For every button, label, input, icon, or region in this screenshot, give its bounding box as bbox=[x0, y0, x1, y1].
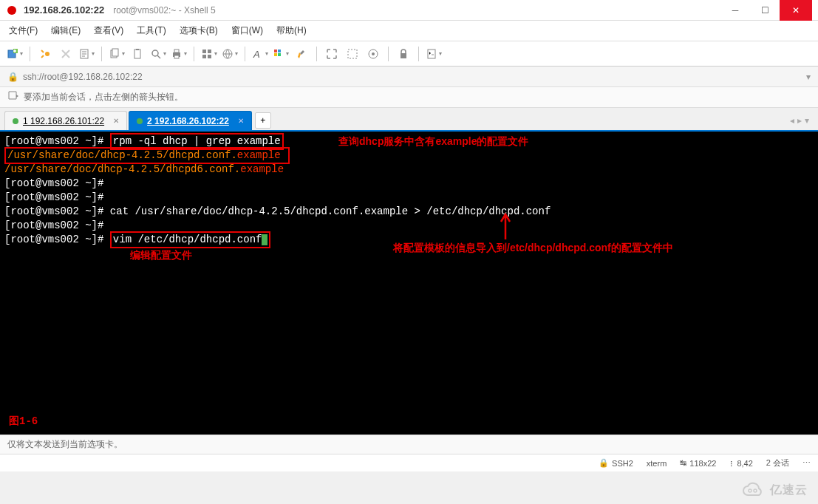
copy-button[interactable] bbox=[108, 45, 126, 63]
new-session-button[interactable] bbox=[6, 45, 24, 63]
watermark-text: 亿速云 bbox=[770, 483, 808, 498]
address-bar[interactable]: 🔒 ssh://root@192.168.26.102:22 ▾ bbox=[0, 67, 818, 87]
tab-2-label: 2 192.168.26.102:22 bbox=[147, 116, 229, 126]
tab-2-close-icon[interactable]: ✕ bbox=[238, 117, 244, 125]
svg-rect-21 bbox=[274, 53, 277, 56]
svg-rect-11 bbox=[174, 50, 179, 52]
status-dot-icon bbox=[137, 118, 143, 124]
svg-point-28 bbox=[749, 489, 751, 492]
svg-point-25 bbox=[372, 52, 375, 55]
minimize-button[interactable]: ─ bbox=[720, 0, 750, 21]
status-ssh: 🔒 SSH2 bbox=[599, 458, 633, 468]
annotation-import: 将配置模板的信息导入到/etc/dhcp/dhcpd.conf的配置文件中 bbox=[393, 241, 673, 255]
svg-rect-16 bbox=[208, 55, 211, 58]
disconnect-button[interactable] bbox=[57, 45, 75, 63]
reconnect-button[interactable] bbox=[36, 45, 54, 63]
svg-point-0 bbox=[7, 6, 16, 15]
layout-button[interactable] bbox=[200, 45, 218, 63]
tab-2[interactable]: 2 192.168.26.102:22 ✕ bbox=[129, 111, 252, 130]
prompt: [root@vms002 ~]# bbox=[4, 135, 110, 147]
menubar: 文件(F) 编辑(E) 查看(V) 工具(T) 选项卡(B) 窗口(W) 帮助(… bbox=[0, 21, 818, 41]
encoding-button[interactable] bbox=[221, 45, 239, 63]
cloud-icon bbox=[740, 482, 766, 498]
svg-rect-23 bbox=[348, 50, 357, 58]
command-placeholder: 仅将文本发送到当前选项卡。 bbox=[7, 438, 123, 451]
svg-point-29 bbox=[754, 489, 757, 492]
menu-tabs[interactable]: 选项卡(B) bbox=[180, 24, 218, 37]
svg-rect-19 bbox=[274, 50, 277, 52]
menu-view[interactable]: 查看(V) bbox=[94, 24, 123, 37]
titlebar-path: root@vms002:~ - Xshell 5 bbox=[113, 5, 216, 16]
menu-edit[interactable]: 编辑(E) bbox=[51, 24, 81, 37]
add-tab-button[interactable]: + bbox=[255, 112, 271, 129]
print-button[interactable] bbox=[170, 45, 188, 63]
command-input-bar[interactable]: 仅将文本发送到当前选项卡。 bbox=[0, 435, 818, 454]
lock-button[interactable] bbox=[395, 45, 412, 63]
tab-1-close-icon[interactable]: ✕ bbox=[113, 117, 119, 125]
tab-1[interactable]: 1 192.168.26.101:22 ✕ bbox=[4, 111, 127, 130]
script-button[interactable] bbox=[425, 45, 443, 63]
color-button[interactable] bbox=[272, 45, 290, 63]
svg-rect-13 bbox=[202, 50, 206, 53]
menu-help[interactable]: 帮助(H) bbox=[276, 24, 307, 37]
hint-bar: 要添加当前会话，点击左侧的箭头按钮。 bbox=[0, 87, 818, 108]
window-titlebar: 192.168.26.102:22 root@vms002:~ - Xshell… bbox=[0, 0, 818, 21]
highlight-button[interactable] bbox=[293, 45, 310, 63]
status-sessions: 2 会话 bbox=[766, 457, 789, 469]
command-line: [root@vms002 ~]# cat /usr/share/doc/dhcp… bbox=[4, 205, 814, 219]
annotation-query: 查询dhcp服务中含有example的配置文件 bbox=[338, 134, 528, 149]
status-bar: 🔒 SSH2 xterm ↹ 118x22 ⫶ 8,42 2 会话 ⋯ bbox=[0, 454, 818, 471]
menu-window[interactable]: 窗口(W) bbox=[231, 24, 263, 37]
menu-tools[interactable]: 工具(T) bbox=[137, 24, 166, 37]
fullscreen-button[interactable] bbox=[323, 45, 341, 63]
session-tabs: 1 192.168.26.101:22 ✕ 2 192.168.26.102:2… bbox=[0, 108, 818, 130]
prompt: [root@vms002 ~]# bbox=[4, 191, 814, 205]
annotation-edit: 编辑配置文件 bbox=[130, 248, 192, 262]
terminal-pane[interactable]: [root@vms002 ~]# rpm -ql dhcp | grep exa… bbox=[0, 130, 818, 435]
tab-1-label: 1 192.168.26.101:22 bbox=[23, 116, 104, 126]
svg-rect-7 bbox=[134, 50, 140, 58]
svg-point-9 bbox=[152, 50, 158, 56]
svg-rect-6 bbox=[112, 49, 118, 56]
svg-rect-8 bbox=[136, 49, 139, 50]
properties-button[interactable] bbox=[78, 45, 95, 63]
tab-list-icon[interactable]: ▾ bbox=[805, 115, 809, 126]
svg-rect-15 bbox=[202, 55, 206, 58]
annotation-arrow-icon bbox=[497, 211, 519, 241]
address-dropdown-icon[interactable]: ▾ bbox=[806, 72, 811, 82]
prompt: [root@vms002 ~]# bbox=[4, 177, 814, 191]
tab-prev-icon[interactable]: ◂ bbox=[790, 115, 794, 126]
svg-rect-27 bbox=[428, 50, 435, 58]
find-button[interactable] bbox=[149, 45, 167, 63]
svg-rect-22 bbox=[278, 53, 281, 56]
font-button[interactable]: A bbox=[251, 45, 269, 63]
app-icon bbox=[6, 4, 18, 16]
svg-rect-26 bbox=[401, 53, 406, 58]
annotation-box-2: /usr/share/doc/dhcp-4.2.5/dhcpd.conf.exa… bbox=[4, 147, 290, 164]
hint-icon bbox=[7, 90, 19, 104]
lock-icon: 🔒 bbox=[7, 72, 18, 82]
svg-rect-14 bbox=[208, 50, 211, 53]
maximize-button[interactable]: ☐ bbox=[750, 0, 780, 21]
menu-file[interactable]: 文件(F) bbox=[9, 24, 38, 37]
annotation-box-3: vim /etc/dhcp/dhcpd.conf bbox=[110, 231, 271, 248]
paste-button[interactable] bbox=[129, 45, 146, 63]
transparency-button[interactable] bbox=[344, 45, 361, 63]
status-size: ↹ 118x22 bbox=[680, 458, 716, 468]
tab-navigation: ◂ ▸ ▾ bbox=[790, 111, 814, 130]
tab-next-icon[interactable]: ▸ bbox=[797, 115, 802, 126]
status-dot-icon bbox=[13, 118, 18, 124]
svg-point-3 bbox=[45, 52, 50, 56]
svg-rect-12 bbox=[174, 55, 179, 58]
status-term: xterm bbox=[647, 459, 667, 468]
status-menu-icon[interactable]: ⋯ bbox=[802, 458, 811, 468]
address-text: ssh://root@192.168.26.102:22 bbox=[23, 72, 143, 82]
svg-rect-20 bbox=[278, 50, 281, 52]
svg-text:A: A bbox=[253, 49, 260, 60]
figure-label: 图1-6 bbox=[9, 415, 38, 429]
status-position: ⫶ 8,42 bbox=[729, 459, 752, 468]
close-button[interactable]: ✕ bbox=[780, 0, 812, 21]
ontop-button[interactable] bbox=[364, 45, 382, 63]
hint-text: 要添加当前会话，点击左侧的箭头按钮。 bbox=[24, 91, 183, 103]
cursor bbox=[262, 234, 267, 245]
